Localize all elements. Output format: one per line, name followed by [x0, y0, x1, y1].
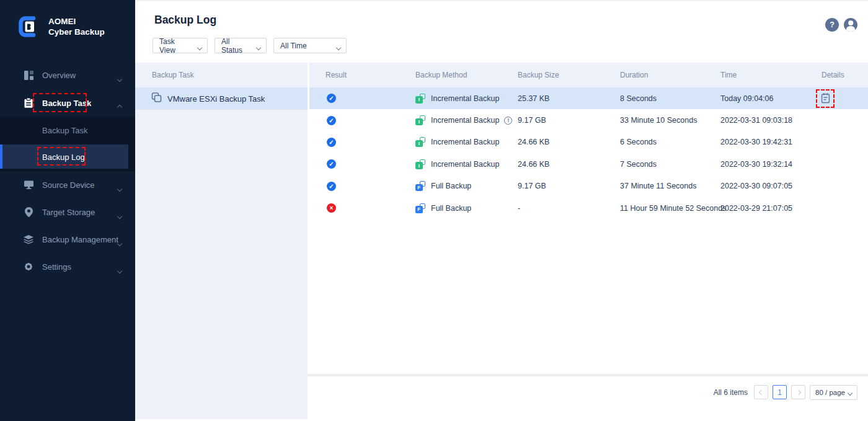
- sidebar-item-label: Backup Management: [42, 235, 118, 244]
- backup-task-icon: [23, 97, 34, 109]
- sidebar-item-label: Source Device: [42, 180, 95, 190]
- result-cell: ✓: [327, 87, 336, 109]
- chevron-left-icon: [758, 389, 763, 394]
- backup-size-cell: 24.66 KB: [518, 153, 549, 175]
- backup-size-cell: -: [518, 197, 520, 219]
- table-row[interactable]: ✓ I Incremental Backup ! 24.66 KB 6 Seco…: [308, 131, 868, 153]
- task-list-panel: VMware ESXi Backup Task: [135, 87, 308, 419]
- chevron-down-icon: [117, 241, 122, 246]
- sidebar-item-label: Settings: [42, 262, 71, 272]
- time-filter-select[interactable]: All Time: [273, 38, 347, 53]
- pagination-next-button[interactable]: [791, 385, 805, 399]
- sidebar-item-backup-task[interactable]: Backup Task: [0, 89, 135, 117]
- info-icon[interactable]: !: [504, 117, 512, 125]
- log-rows: ✓ I Incremental Backup ! 25.37 KB 8 Seco…: [308, 87, 868, 219]
- result-cell: ✓: [327, 131, 336, 153]
- active-item-indicator: [0, 144, 2, 169]
- chevron-down-icon: [117, 77, 122, 82]
- user-account-icon[interactable]: [844, 18, 857, 32]
- status-filter-value: All Status: [221, 37, 251, 55]
- table-row[interactable]: ✓ I Incremental Backup ! 25.37 KB 8 Seco…: [308, 87, 868, 109]
- annotation-details: [816, 89, 835, 108]
- brand-line2: Cyber Backup: [48, 27, 105, 37]
- backup-method-icon: I: [415, 137, 425, 147]
- page-title: Backup Log: [154, 14, 216, 27]
- backup-method-label: Full Backup: [431, 182, 471, 190]
- status-filter-select[interactable]: All Status: [215, 38, 267, 53]
- pagination-page-1[interactable]: 1: [773, 385, 787, 399]
- backup-size-cell: 9.17 GB: [518, 175, 546, 197]
- task-view-select[interactable]: Task View: [153, 38, 208, 53]
- sidebar-item-label: Overview: [42, 71, 76, 80]
- result-cell: ✓: [327, 175, 336, 197]
- time-cell: 2022-03-30 19:32:14: [720, 153, 792, 175]
- vm-task-icon: [151, 92, 162, 105]
- chevron-right-icon: [795, 389, 800, 394]
- duration-cell: 11 Hour 59 Minute 52 Seconds: [620, 197, 726, 219]
- topbar-icons: ?: [825, 18, 857, 32]
- chevron-up-icon: [117, 105, 122, 110]
- time-cell: 2022-03-30 19:42:31: [720, 131, 792, 153]
- time-cell: 2022-03-30 09:07:05: [720, 175, 792, 197]
- brand-line1: AOMEI: [48, 16, 105, 27]
- duration-cell: 7 Seconds: [620, 153, 657, 175]
- table-row[interactable]: ✓ I Incremental Backup ! 24.66 KB 7 Seco…: [308, 153, 868, 175]
- table-row[interactable]: ✓ I Incremental Backup ! 9.17 GB 33 Minu…: [308, 109, 868, 131]
- result-status-icon: ×: [327, 203, 336, 213]
- pagination-prev-button[interactable]: [754, 385, 768, 399]
- submenu-item-backup-task[interactable]: Backup Task: [0, 117, 135, 144]
- task-view-value: Task View: [159, 37, 192, 55]
- result-status-icon: ✓: [327, 116, 336, 125]
- top-border: [135, 0, 868, 1]
- submenu-item-label: Backup Task: [42, 126, 87, 135]
- source-device-icon: [23, 179, 34, 190]
- backup-method-label: Incremental Backup: [431, 116, 499, 125]
- backup-method-cell: I Incremental Backup !: [415, 87, 499, 109]
- backup-method-icon: I: [415, 159, 425, 169]
- table-header: Backup Task Result Backup Method Backup …: [135, 63, 868, 87]
- submenu-item-label: Backup Log: [42, 152, 85, 161]
- filter-bar: Task View All Status All Time: [153, 38, 347, 53]
- sidebar: AOMEI Cyber Backup Overview Backup Task …: [0, 0, 135, 421]
- result-status-icon: ✓: [327, 138, 336, 147]
- task-name: VMware ESXi Backup Task: [167, 94, 265, 104]
- result-cell: ×: [327, 197, 336, 219]
- chevron-down-icon: [117, 268, 122, 273]
- backup-method-cell: I Incremental Backup !: [415, 153, 499, 175]
- details-log-icon[interactable]: [820, 92, 831, 104]
- result-status-icon: ✓: [327, 159, 336, 169]
- column-result: Result: [326, 63, 347, 87]
- chevron-down-icon: [117, 187, 122, 192]
- chevron-down-icon: [336, 45, 341, 50]
- help-icon[interactable]: ?: [825, 18, 839, 32]
- column-details: Details: [822, 63, 844, 87]
- pagination: All 6 items 1 80 / page: [714, 384, 857, 400]
- sidebar-item-label: Backup Task: [42, 99, 91, 108]
- task-list-item[interactable]: VMware ESXi Backup Task: [135, 87, 308, 110]
- table-row[interactable]: × F Full Backup ! - 11 Hour 59 Minute 52…: [308, 197, 868, 219]
- sidebar-item-source-device[interactable]: Source Device: [0, 171, 135, 198]
- target-storage-icon: [23, 206, 34, 218]
- backup-method-icon: F: [415, 181, 425, 191]
- backup-method-cell: F Full Backup !: [415, 197, 471, 219]
- submenu-item-backup-log[interactable]: Backup Log: [2, 144, 128, 169]
- result-cell: ✓: [327, 153, 336, 175]
- backup-method-cell: I Incremental Backup !: [415, 109, 512, 131]
- backup-size-cell: 24.66 KB: [518, 131, 549, 153]
- page-size-select[interactable]: 80 / page: [810, 385, 857, 400]
- backup-management-icon: [23, 234, 34, 245]
- sidebar-item-overview[interactable]: Overview: [0, 61, 135, 89]
- chevron-down-icon: [197, 45, 202, 50]
- chevron-down-icon: [848, 390, 852, 395]
- result-status-icon: ✓: [327, 94, 336, 103]
- backup-size-cell: 9.17 GB: [518, 109, 546, 131]
- sidebar-item-target-storage[interactable]: Target Storage: [0, 198, 135, 226]
- backup-method-label: Incremental Backup: [431, 160, 499, 169]
- time-cell: Today 09:04:06: [720, 87, 774, 109]
- time-cell: 2022-03-29 21:07:05: [720, 197, 792, 219]
- table-row[interactable]: ✓ F Full Backup ! 9.17 GB 37 Minute 11 S…: [308, 175, 868, 197]
- result-status-icon: ✓: [327, 182, 336, 191]
- sidebar-item-settings[interactable]: Settings: [0, 253, 135, 280]
- brand-name: AOMEI Cyber Backup: [48, 16, 105, 37]
- sidebar-item-backup-management[interactable]: Backup Management: [0, 226, 135, 253]
